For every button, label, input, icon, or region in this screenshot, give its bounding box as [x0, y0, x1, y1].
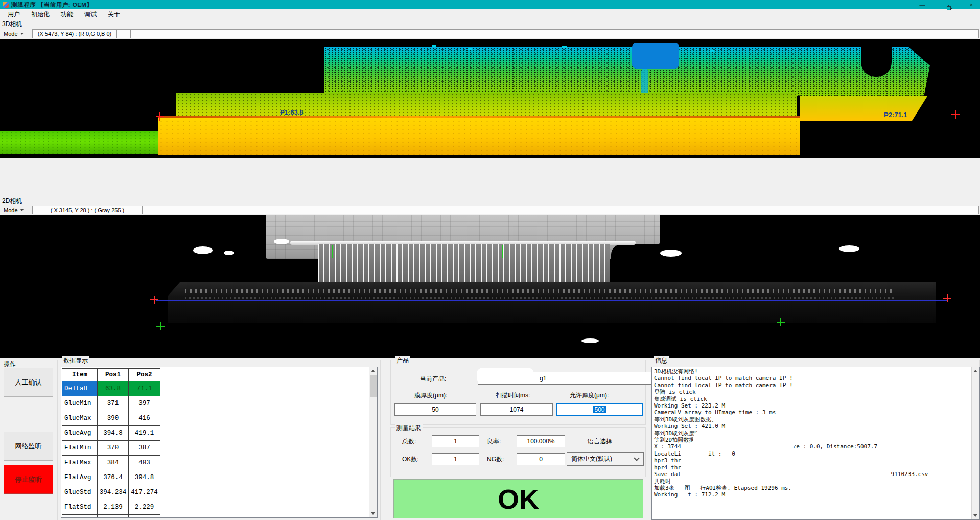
menu-item-function[interactable]: 功能: [55, 9, 79, 20]
stop-listen-button[interactable]: 停止监听: [4, 465, 53, 494]
heightmap-upper-deck: [324, 47, 930, 96]
measure-line: [156, 300, 947, 301]
glue-blob: [224, 251, 234, 255]
manual-confirm-button[interactable]: 人工确认: [4, 368, 53, 397]
title-bar: 测膜程序 【当前用户: OEM】 — ×: [0, 0, 980, 9]
window-controls: — ×: [919, 0, 975, 9]
table-column-header: Item: [62, 369, 98, 381]
glue-blob: [839, 245, 859, 252]
total-label: 总数:: [402, 437, 416, 446]
status-result-panel: OK: [393, 479, 643, 518]
heightmap-mid-band: [176, 93, 797, 117]
current-product-label: 当前产品:: [420, 375, 446, 383]
crosshair-marker: [150, 296, 158, 304]
language-value: 简体中文(默认): [571, 455, 612, 463]
log-line: LocateLi it : 0: [654, 450, 979, 457]
bottom-panel: 操作 人工确认 网络监听 停止监听 数据显示 ItemPos1Pos2Delta…: [0, 358, 980, 520]
table-row[interactable]: FlatMax384403: [62, 456, 160, 470]
camera2d-status: ( X 3145, Y 28 ) : ( Gray 255 ): [32, 206, 143, 214]
log-line: 3D相机没有网络!: [654, 368, 979, 375]
app-icon: [3, 2, 9, 8]
table-row[interactable]: FlatAvg376.4394.8: [62, 470, 160, 485]
yield-input[interactable]: 100.000%: [517, 435, 565, 447]
glue-blob: [660, 250, 682, 257]
info-group: 信息 3D相机没有网络!Cannot find local IP to matc…: [649, 360, 980, 520]
allowed-thickness-input[interactable]: 500: [556, 403, 643, 416]
camera2d-status-spacer: [162, 206, 979, 214]
scroll-up-icon[interactable]: [972, 367, 979, 375]
table-row[interactable]: X2583.57966.7: [62, 515, 160, 518]
product-group: 产品 当前产品: g1 膜厚度(μm): 扫描时间ms: 允许厚度(μm): 5…: [390, 360, 646, 425]
scroll-up-icon[interactable]: [369, 367, 377, 375]
data-display-label: 数据显示: [62, 356, 89, 365]
camera3d-mode-dropdown[interactable]: Mode: [0, 29, 32, 39]
scan-time-input[interactable]: 1074: [480, 403, 553, 416]
crosshair-marker: [156, 112, 164, 121]
network-listen-button[interactable]: 网络监听: [4, 432, 53, 461]
scroll-down-icon[interactable]: [369, 510, 377, 517]
menu-bar: 用户 初始化 功能 调试 关于: [0, 9, 980, 19]
menu-item-debug[interactable]: 调试: [79, 9, 102, 20]
noise-dots: [20, 353, 955, 355]
crosshair-marker: [951, 110, 960, 119]
log-line: 加载3张 图 行AOI检查, Elapsed 19296 ms.: [654, 485, 979, 491]
heightmap-yellow-slab: [158, 116, 800, 155]
camera2d-view[interactable]: [0, 215, 980, 358]
crosshair-marker: [777, 318, 785, 326]
table-row[interactable]: DeltaH63.871.1: [62, 381, 160, 396]
ng-count-label: NG数:: [487, 455, 504, 464]
ng-count-input[interactable]: 0: [517, 453, 565, 465]
log-scrollbar[interactable]: [971, 367, 979, 519]
scan-time-label: 扫描时间ms:: [496, 391, 530, 400]
camera2d-mode-dropdown[interactable]: Mode: [0, 205, 32, 215]
language-select[interactable]: 简体中文(默认): [567, 452, 644, 466]
table-row[interactable]: GlueAvg394.8419.1: [62, 426, 160, 441]
selected-text: 500: [593, 406, 605, 413]
info-log-box[interactable]: 3D相机没有网络!Cannot find local IP to match c…: [651, 367, 980, 520]
crosshair-marker: [943, 294, 951, 302]
film-thickness-label: 膜厚度(μm):: [414, 391, 447, 400]
table-column-header: Pos1: [98, 369, 129, 381]
menu-item-user[interactable]: 用户: [2, 9, 26, 20]
results-label: 测量结果: [395, 424, 423, 433]
close-button[interactable]: ×: [968, 0, 975, 9]
heightmap-right-yellow: [800, 96, 927, 121]
scroll-down-icon[interactable]: [972, 512, 979, 519]
ok-count-label: OK数:: [402, 455, 419, 464]
menu-item-about[interactable]: 关于: [102, 9, 126, 20]
minimize-button[interactable]: —: [919, 0, 926, 9]
table-row[interactable]: FlatStd2.1392.229: [62, 500, 160, 515]
film-thickness-input[interactable]: 50: [394, 403, 476, 416]
menu-item-init[interactable]: 初始化: [26, 9, 55, 20]
connector-pins: [318, 244, 610, 288]
table-column-header: Pos2: [129, 369, 160, 381]
p2-annotation: P2:71.1: [884, 111, 907, 119]
table-row[interactable]: GlueStd394.234417.274: [62, 485, 160, 500]
heightmap-left-strip: [0, 131, 158, 154]
log-line: Working Set : 223.2 M: [654, 402, 979, 409]
camera3d-status: (X 5473, Y 84) : (R 0,G 0,B 0): [32, 29, 117, 38]
table-row[interactable]: GlueMax390416: [62, 411, 160, 426]
table-row[interactable]: GlueMin371397: [62, 396, 160, 411]
pin-marker: [332, 245, 333, 258]
log-line: Cannot find local IP to match camera IP …: [654, 382, 979, 389]
glue-blob: [581, 338, 599, 343]
chevron-down-icon: [20, 33, 24, 35]
total-input[interactable]: 1: [432, 435, 479, 447]
table-scrollbar[interactable]: [369, 367, 377, 517]
ok-count-input[interactable]: 1: [432, 453, 479, 465]
glue-blob: [274, 239, 289, 244]
camera3d-view[interactable]: P1:63.8 P2:71.1: [0, 39, 980, 158]
heightmap-notch: [861, 47, 892, 77]
scrollbar-thumb[interactable]: [370, 375, 377, 397]
log-line: CameraLV array to HImage time : 3 ms: [654, 409, 979, 416]
base-ticks: [185, 297, 895, 299]
allowed-thickness-label: 允许厚度(μm):: [570, 391, 609, 400]
redaction-blob: [477, 368, 534, 384]
info-label: 信息: [654, 356, 669, 365]
camera2d-label: 2D相机: [0, 196, 980, 205]
table-row[interactable]: FlatMin370387: [62, 441, 160, 456]
app-window: 测膜程序 【当前用户: OEM】 — × 用户 初始化 功能 调试 关于 3D相…: [0, 0, 980, 520]
crosshair-marker: [156, 322, 165, 330]
window-title: 测膜程序 【当前用户: OEM】: [11, 1, 92, 9]
